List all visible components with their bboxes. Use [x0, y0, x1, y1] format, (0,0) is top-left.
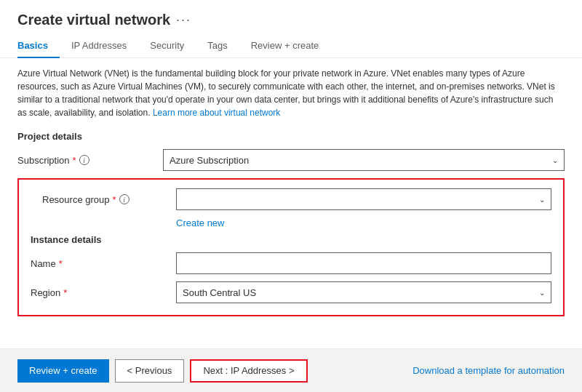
region-required: * — [63, 287, 67, 298]
download-template-link[interactable]: Download a template for automation — [412, 365, 565, 376]
previous-button[interactable]: < Previous — [115, 359, 185, 383]
name-row: Name * — [31, 252, 551, 274]
subscription-row: Subscription * i Azure Subscription ⌄ — [17, 149, 565, 171]
resource-group-label: Resource group * i — [31, 194, 176, 205]
region-dropdown-icon: ⌄ — [539, 289, 545, 297]
learn-more-link[interactable]: Learn more about virtual network — [153, 108, 280, 118]
region-select[interactable]: South Central US ⌄ — [176, 281, 551, 303]
highlighted-section: Resource group * i ⌄ Create new Instance… — [17, 178, 565, 316]
region-row: Region * South Central US ⌄ — [31, 281, 551, 303]
create-new-link[interactable]: Create new — [176, 217, 551, 228]
resource-group-required: * — [113, 194, 116, 205]
next-button[interactable]: Next : IP Addresses > — [190, 359, 307, 383]
region-control: South Central US ⌄ — [176, 281, 551, 303]
project-details-section: Project details Subscription * i Azure S… — [17, 131, 565, 316]
tab-review-create[interactable]: Review + create — [239, 34, 331, 58]
project-details-title: Project details — [17, 131, 565, 142]
more-options-icon[interactable]: ··· — [176, 12, 191, 28]
subscription-select[interactable]: Azure Subscription ⌄ — [163, 149, 565, 171]
resource-group-select[interactable]: ⌄ — [176, 188, 551, 210]
main-content: Azure Virtual Network (VNet) is the fund… — [0, 58, 582, 348]
subscription-control: Azure Subscription ⌄ — [163, 149, 565, 171]
tab-tags[interactable]: Tags — [196, 34, 239, 58]
resource-group-row: Resource group * i ⌄ — [31, 188, 551, 210]
subscription-required: * — [73, 155, 76, 166]
name-required: * — [59, 258, 63, 269]
subscription-label: Subscription * i — [17, 155, 163, 166]
tab-basics[interactable]: Basics — [17, 34, 60, 58]
tab-security[interactable]: Security — [138, 34, 196, 58]
resource-group-control: ⌄ — [176, 188, 551, 210]
resource-group-info-icon[interactable]: i — [119, 194, 129, 204]
tab-ip-addresses[interactable]: IP Addresses — [60, 34, 138, 58]
page-title: Create virtual network — [17, 12, 170, 28]
subscription-dropdown-icon: ⌄ — [552, 156, 558, 164]
footer: Review + create < Previous Next : IP Add… — [0, 348, 582, 392]
name-control — [176, 252, 551, 274]
name-input[interactable] — [176, 252, 551, 274]
instance-details-title: Instance details — [31, 234, 551, 245]
tab-bar: Basics IP Addresses Security Tags Review… — [0, 34, 582, 58]
resource-group-dropdown-icon: ⌄ — [539, 196, 545, 204]
description-text: Azure Virtual Network (VNet) is the fund… — [17, 67, 565, 119]
name-label: Name * — [31, 258, 176, 269]
subscription-info-icon[interactable]: i — [79, 155, 89, 165]
region-label: Region * — [31, 287, 176, 298]
review-create-button[interactable]: Review + create — [17, 359, 109, 383]
